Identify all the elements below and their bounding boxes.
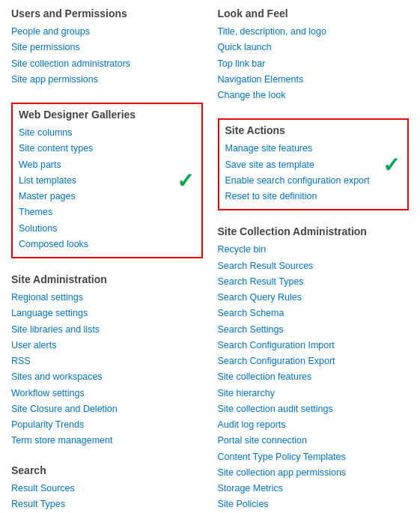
section-site-administration: Site AdministrationRegional settingsLang… (11, 273, 203, 449)
section-look-and-feel: Look and FeelTitle, description, and log… (218, 7, 410, 103)
link-site-administration-4[interactable]: RSS (11, 353, 203, 369)
link-site-collection-admin-13[interactable]: Content Type Policy Templates (218, 449, 410, 465)
link-web-designer-galleries-0[interactable]: Site columns (19, 125, 195, 141)
link-users-permissions-3[interactable]: Site app permissions (11, 72, 203, 88)
link-site-administration-1[interactable]: Language settings (11, 306, 203, 321)
link-site-collection-admin-8[interactable]: Site collection features (218, 369, 410, 385)
link-web-designer-galleries-7[interactable]: Composed looks (19, 237, 195, 252)
link-web-designer-galleries-5[interactable]: Themes (19, 204, 195, 220)
section-web-designer-galleries: Web Designer GalleriesSite columnsSite c… (11, 103, 203, 258)
link-look-and-feel-0[interactable]: Title, description, and logo (218, 24, 410, 40)
checkmark-web-designer-galleries: ✓ (177, 169, 194, 193)
link-search-1[interactable]: Result Types (11, 497, 203, 512)
link-site-collection-admin-15[interactable]: Storage Metrics (218, 481, 410, 497)
link-site-collection-admin-3[interactable]: Search Query Rules (218, 290, 410, 306)
section-title-look-and-feel: Look and Feel (218, 7, 410, 19)
link-site-administration-9[interactable]: Term store management (11, 433, 203, 449)
link-site-collection-admin-7[interactable]: Search Configuration Export (218, 353, 410, 369)
right-column: Look and FeelTitle, description, and log… (218, 7, 410, 513)
link-site-administration-3[interactable]: User alerts (11, 338, 203, 353)
link-site-actions-3[interactable]: Reset to site definition (225, 189, 402, 204)
link-look-and-feel-1[interactable]: Quick launch (218, 40, 410, 55)
link-web-designer-galleries-2[interactable]: Web parts (19, 157, 195, 173)
link-site-administration-2[interactable]: Site libraries and lists (11, 322, 203, 338)
link-users-permissions-0[interactable]: People and groups (11, 24, 203, 40)
link-site-administration-8[interactable]: Popularity Trends (11, 417, 203, 433)
link-site-collection-admin-11[interactable]: Audit log reports (218, 417, 410, 433)
link-site-administration-6[interactable]: Workflow settings (11, 386, 203, 401)
link-site-collection-admin-6[interactable]: Search Configuration Import (218, 338, 410, 353)
link-site-collection-admin-4[interactable]: Search Schema (218, 306, 410, 321)
link-site-collection-admin-16[interactable]: Site Policies (218, 497, 410, 512)
link-site-collection-admin-9[interactable]: Site hierarchy (218, 386, 410, 401)
link-look-and-feel-3[interactable]: Navigation Elements (218, 72, 410, 88)
link-site-actions-0[interactable]: Manage site features (225, 141, 402, 157)
link-site-administration-5[interactable]: Sites and workspaces (11, 369, 203, 385)
link-site-collection-admin-10[interactable]: Site collection audit settings (218, 401, 410, 417)
link-web-designer-galleries-6[interactable]: Solutions (19, 221, 195, 237)
link-site-collection-admin-12[interactable]: Portal site connection (218, 433, 410, 449)
link-site-actions-1[interactable]: Save site as template (225, 157, 402, 173)
link-users-permissions-1[interactable]: Site permissions (11, 40, 203, 55)
section-title-site-administration: Site Administration (11, 273, 203, 285)
link-look-and-feel-2[interactable]: Top link bar (218, 56, 410, 72)
checkmark-site-actions: ✓ (383, 152, 400, 177)
link-web-designer-galleries-1[interactable]: Site content types (19, 141, 195, 157)
link-site-collection-admin-0[interactable]: Recycle bin (218, 242, 410, 258)
left-column: Users and PermissionsPeople and groupsSi… (11, 7, 203, 513)
link-site-collection-admin-1[interactable]: Search Result Sources (218, 258, 410, 274)
section-title-web-designer-galleries: Web Designer Galleries (19, 109, 195, 121)
link-site-administration-7[interactable]: Site Closure and Deletion (11, 401, 203, 417)
link-search-0[interactable]: Result Sources (11, 481, 203, 497)
boxed-section-site-actions: Site ActionsManage site featuresSave sit… (218, 118, 410, 210)
link-site-collection-admin-2[interactable]: Search Result Types (218, 274, 410, 290)
link-web-designer-galleries-4[interactable]: Master pages (19, 189, 195, 204)
section-users-permissions: Users and PermissionsPeople and groupsSi… (11, 7, 203, 88)
link-site-collection-admin-14[interactable]: Site collection app permissions (218, 465, 410, 481)
section-title-users-permissions: Users and Permissions (11, 7, 203, 19)
link-site-actions-2[interactable]: Enable search configuration export (225, 173, 402, 189)
link-web-designer-galleries-3[interactable]: List templates (19, 173, 195, 189)
link-site-administration-0[interactable]: Regional settings (11, 290, 203, 306)
section-search: SearchResult SourcesResult TypesQuery Ru… (11, 464, 203, 514)
boxed-section-web-designer-galleries: Web Designer GalleriesSite columnsSite c… (11, 103, 203, 258)
section-title-site-collection-admin: Site Collection Administration (218, 225, 410, 237)
section-title-site-actions: Site Actions (225, 124, 402, 136)
link-site-collection-admin-5[interactable]: Search Settings (218, 322, 410, 338)
section-site-collection-admin: Site Collection AdministrationRecycle bi… (218, 225, 410, 513)
section-site-actions: Site ActionsManage site featuresSave sit… (218, 118, 410, 210)
link-look-and-feel-4[interactable]: Change the look (218, 88, 410, 103)
link-users-permissions-2[interactable]: Site collection administrators (11, 56, 203, 72)
section-title-search: Search (11, 464, 203, 476)
